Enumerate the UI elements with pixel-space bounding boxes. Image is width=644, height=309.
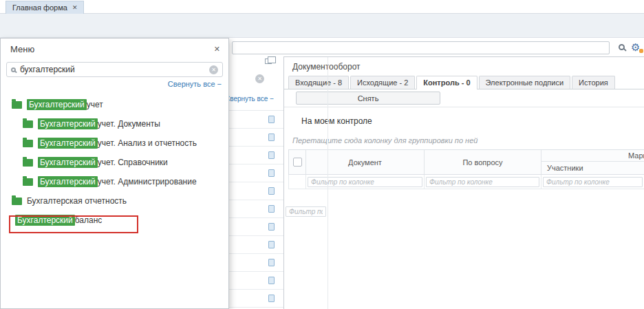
tab-history[interactable]: История: [572, 76, 615, 89]
search-match-highlight: Бухгалтерский: [15, 215, 75, 226]
menu-item-label: учет. Документы: [98, 119, 160, 129]
minus-icon: −: [270, 95, 274, 103]
list-item[interactable]: [228, 290, 283, 308]
middle-collapse-all-link[interactable]: Свернуть все −: [225, 95, 274, 103]
search-icon: [11, 67, 16, 72]
menu-search-input[interactable]: [20, 65, 205, 74]
tab-outgoing[interactable]: Исходящие - 2: [350, 76, 415, 89]
tab-signatures[interactable]: Электронные подписи: [479, 76, 571, 89]
grouping-hint: Перетащите сюда колонку для группировки …: [284, 126, 644, 149]
window-tab-bar: Главная форма ✕: [0, 0, 644, 14]
list-item[interactable]: [228, 254, 283, 272]
docflow-tabs: Входящие - 8 Исходящие - 2 Контроль - 0 …: [284, 75, 644, 89]
search-match-highlight: Бухгалтерский: [38, 176, 98, 187]
search-match-highlight: Бухгалтерский: [38, 138, 98, 149]
filter-input-stage[interactable]: [286, 206, 326, 217]
document-icon: [268, 187, 275, 195]
list-item[interactable]: [228, 164, 283, 182]
document-icon: [268, 151, 275, 159]
menu-tree: Бухгалтерский учет Бухгалтерский учет. Д…: [1, 95, 228, 230]
clear-search-icon[interactable]: ✕: [209, 65, 218, 74]
section-title: На моем контроле: [284, 107, 644, 126]
tab-main-form-label: Главная форма: [12, 3, 67, 12]
menu-item-label: учет: [87, 100, 103, 109]
filter-cell-stage: [284, 57, 328, 309]
filter-input-members[interactable]: [543, 177, 643, 187]
tasks-panel-strip: ✕ Свернуть все −: [228, 38, 283, 309]
menu-item-accounting-documents[interactable]: Бухгалтерский учет. Документы: [1, 114, 228, 134]
table-filter-row: [288, 175, 644, 189]
group-header-route[interactable]: Маршрут: [541, 150, 644, 162]
table-header: Документ По вопросу Маршрут Этап Участни…: [288, 149, 644, 175]
menu-collapse-all-link[interactable]: Свернуть все −: [1, 80, 222, 88]
menu-item-accounting-administration[interactable]: Бухгалтерский учет. Администрирование: [1, 172, 228, 191]
tab-close-icon[interactable]: ✕: [72, 4, 78, 11]
search-icon[interactable]: [619, 44, 625, 50]
document-icon: [268, 241, 275, 248]
folder-icon: [12, 101, 22, 109]
menu-search: ✕: [6, 62, 223, 77]
document-icon: [268, 277, 275, 284]
search-match-highlight: Бухгалтерский: [38, 157, 98, 168]
folder-icon: [23, 159, 33, 167]
menu-item-accounting-analysis[interactable]: Бухгалтерский учет. Анализ и отчетность: [1, 134, 228, 153]
folder-icon: [23, 120, 33, 128]
menu-collapse-all-label: Свернуть все: [168, 80, 215, 88]
menu-item-label: баланс: [75, 215, 103, 225]
menu-item-balance-sheet[interactable]: Бухгалтерский баланс: [1, 211, 228, 230]
filter-input-topic[interactable]: [426, 177, 539, 187]
middle-collapse-all-label: Свернуть все: [225, 95, 268, 103]
menu-item-label: учет. Анализ и отчетность: [98, 138, 197, 148]
document-icon: [268, 205, 275, 213]
list-item[interactable]: [228, 236, 283, 254]
clear-search-icon[interactable]: ✕: [255, 74, 264, 83]
search-match-highlight: Бухгалтерский: [38, 118, 98, 129]
document-icon: [268, 116, 275, 123]
toolbar-band: [0, 14, 644, 38]
document-icon: [268, 295, 275, 302]
gear-icon: ⚙: [631, 41, 640, 53]
list-item[interactable]: [228, 272, 283, 290]
middle-panel-rows: [228, 110, 283, 309]
filter-cell-topic: [425, 175, 541, 189]
list-item[interactable]: [228, 147, 283, 164]
menu-item-label: Бухгалтерская отчетность: [27, 196, 127, 206]
menu-item-label: учет. Администрирование: [98, 177, 197, 187]
document-icon: [268, 223, 275, 231]
menu-item-label: учет. Справочники: [98, 158, 168, 167]
menu-item-accounting-reports[interactable]: Бухгалтерская отчетность: [1, 191, 228, 211]
service-icon[interactable]: ⚙: [631, 41, 643, 53]
folder-icon: [23, 140, 33, 147]
application-window: Главная форма ✕ ⚙ ✕ Свернуть все − Док: [0, 0, 644, 309]
folder-icon: [12, 198, 22, 205]
document-icon: [268, 259, 275, 266]
folder-icon: [23, 178, 33, 186]
menu-close-icon[interactable]: ✕: [214, 45, 220, 54]
docflow-toolbar: Снять: [284, 89, 644, 107]
tab-control[interactable]: Контроль - 0: [416, 76, 477, 89]
menu-item-accounting-directories[interactable]: Бухгалтерский учет. Справочники: [1, 153, 228, 172]
group-columns: Этап Участники: [541, 162, 644, 174]
column-header-topic[interactable]: По вопросу: [425, 150, 541, 174]
global-search: [232, 41, 610, 54]
document-icon: [268, 169, 275, 177]
menu-header: Меню ✕: [1, 39, 228, 59]
docflow-panel: Документооборот Входящие - 8 Исходящие -…: [283, 56, 644, 309]
document-icon: [268, 134, 275, 141]
list-item[interactable]: [228, 111, 283, 129]
tab-main-form[interactable]: Главная форма ✕: [6, 1, 84, 14]
column-group-route: Маршрут Этап Участники: [541, 150, 644, 174]
list-item[interactable]: [228, 182, 283, 200]
filter-cell-members: [541, 175, 644, 189]
docflow-title: Документооборот: [284, 57, 644, 75]
column-header-members[interactable]: Участники: [541, 162, 644, 174]
minus-icon: −: [217, 80, 222, 88]
list-item[interactable]: [228, 218, 283, 236]
menu-overlay: Меню ✕ ✕ Свернуть все − Бухгалтерский уч…: [0, 38, 229, 309]
menu-item-accounting[interactable]: Бухгалтерский учет: [1, 95, 228, 114]
list-item[interactable]: [228, 129, 283, 147]
list-item[interactable]: [228, 200, 283, 218]
menu-title: Меню: [10, 44, 34, 54]
global-search-input[interactable]: [233, 43, 609, 55]
panel-window-icon[interactable]: [265, 58, 272, 64]
